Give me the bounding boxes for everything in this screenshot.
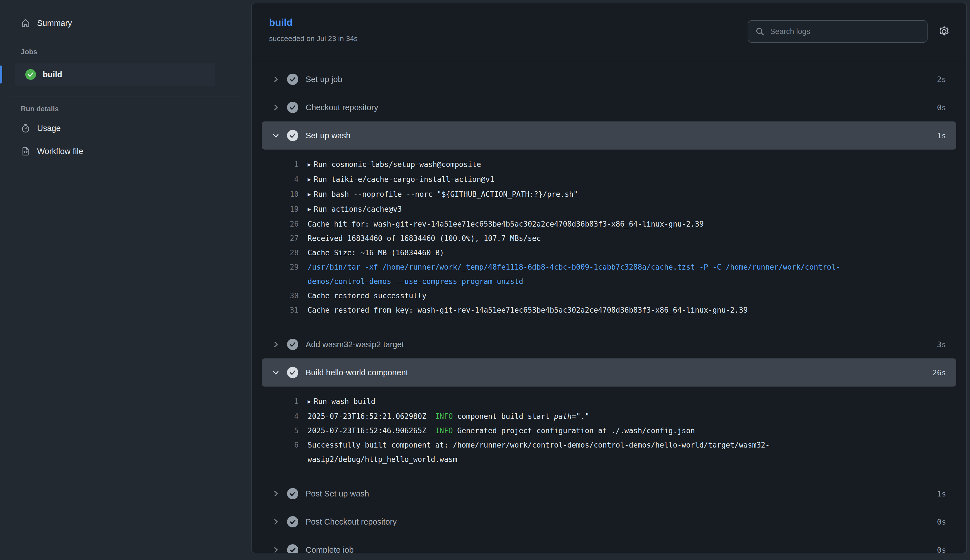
step-name: Post Checkout repository	[306, 517, 937, 527]
step-success-check-icon	[287, 130, 298, 141]
log-line-text: Cache restored from key: wash-git-rev-14…	[308, 303, 748, 317]
log-line-number[interactable]: 5	[252, 424, 298, 438]
log-line: 4 2025-07-23T16:52:21.062980Z INFO compo…	[252, 409, 966, 424]
run-group-arrow-icon: ▶	[308, 161, 311, 168]
sidebar-job-name: build	[43, 70, 62, 79]
step-row[interactable]: Post Checkout repository 0s	[262, 508, 956, 536]
log-line-number[interactable]: 30	[252, 289, 298, 303]
search-icon	[755, 27, 765, 36]
log-line-number[interactable]: 1	[252, 394, 298, 409]
step-name: Checkout repository	[306, 103, 937, 112]
log-line-text: ▶Run bash --noprofile --norc "${GITHUB_A…	[308, 187, 578, 202]
step-name: Complete job	[306, 545, 937, 553]
log-line-text: 2025-07-23T16:52:46.906265Z INFO Generat…	[308, 424, 695, 438]
step-row[interactable]: Complete job 0s	[262, 536, 956, 553]
sidebar-item-workflow-file[interactable]: Workflow file	[21, 143, 240, 160]
log-line: 29 /usr/bin/tar -xf /home/runner/work/_t…	[252, 260, 966, 274]
chevron-down-icon	[272, 132, 280, 140]
step-name: Add wasm32-wasip2 target	[306, 340, 937, 349]
log-line-number[interactable]: 6	[252, 438, 298, 452]
log-line-text: Successfully built component at: /home/r…	[308, 438, 770, 452]
log-line-text: Cache restored successfully	[308, 289, 427, 303]
step-duration: 0s	[937, 546, 946, 553]
log-line-number[interactable]: 29	[252, 260, 298, 274]
job-heading: build succeeded on Jul 23 in 34s	[269, 15, 358, 43]
log-line-text: /usr/bin/tar -xf /home/runner/work/_temp…	[308, 260, 840, 274]
step-row[interactable]: Build hello-world component 26s	[262, 358, 956, 387]
log-segment: Run taiki-e/cache-cargo-install-action@v…	[314, 175, 494, 183]
step-row[interactable]: Add wasm32-wasip2 target 3s	[262, 330, 956, 358]
log-line-number[interactable]	[252, 274, 298, 289]
chevron-right-icon	[272, 75, 280, 83]
log-segment: Cache restored from key: wash-git-rev-14…	[308, 306, 748, 314]
step-success-check-icon	[287, 74, 298, 85]
log-line-number[interactable]: 10	[252, 187, 298, 202]
log-segment: Run cosmonic-labs/setup-wash@composite	[314, 160, 481, 169]
log-line-number[interactable]: 27	[252, 232, 298, 246]
run-details-section-label: Run details	[21, 105, 240, 113]
job-title-link[interactable]: build	[269, 17, 293, 28]
log-line-text: demos/control-demos --use-compress-progr…	[308, 274, 523, 289]
chevron-right-icon	[272, 103, 280, 111]
log-panel: build succeeded on Jul 23 in 34s	[251, 3, 967, 553]
log-segment: Run actions/cache@v3	[314, 205, 402, 213]
log-segment: Successfully built component at: /home/r…	[308, 441, 770, 449]
settings-gear-button[interactable]	[938, 25, 951, 38]
sidebar-item-label: Usage	[37, 124, 61, 133]
log-line-number[interactable]: 19	[252, 202, 298, 217]
log-segment: INFO	[435, 427, 453, 435]
step-duration: 0s	[937, 518, 946, 526]
log-segment: Generated project configuration at ./.wa…	[453, 427, 695, 435]
log-line-number[interactable]	[252, 452, 298, 467]
log-line: 28 Cache Size: ~16 MB (16834460 B)	[252, 246, 966, 260]
search-logs-input[interactable]	[770, 27, 920, 36]
log-line-text: ▶Run wash build	[308, 394, 375, 409]
log-line-text: Cache hit for: wash-git-rev-14a51ee71ec6…	[308, 217, 704, 232]
log-segment: Cache Size: ~16 MB (16834460 B)	[308, 248, 444, 257]
job-success-check-icon	[25, 69, 36, 80]
chevron-right-icon	[272, 518, 280, 526]
log-line-text: ▶Run taiki-e/cache-cargo-install-action@…	[308, 172, 494, 187]
panel-header-actions	[748, 20, 951, 43]
sidebar-item-label: Workflow file	[37, 147, 83, 156]
job-status-line: succeeded on Jul 23 in 34s	[269, 34, 358, 43]
log-line: 31 Cache restored from key: wash-git-rev…	[252, 303, 966, 317]
run-group-arrow-icon: ▶	[308, 191, 311, 198]
log-line-number[interactable]: 26	[252, 217, 298, 232]
step-duration: 1s	[937, 131, 946, 140]
log-segment: Received 16834460 of 16834460 (100.0%), …	[308, 234, 541, 243]
step-row[interactable]: Post Set up wash 1s	[262, 480, 956, 508]
log-line-number[interactable]: 28	[252, 246, 298, 260]
step-duration: 1s	[937, 490, 946, 498]
log-line-number[interactable]: 31	[252, 303, 298, 317]
log-line-number[interactable]: 4	[252, 409, 298, 424]
step-log-block: 1 ▶Run cosmonic-labs/setup-wash@composit…	[252, 150, 966, 330]
log-line-number[interactable]: 4	[252, 172, 298, 187]
sidebar-item-usage[interactable]: Usage	[21, 120, 240, 137]
log-line: 6 Successfully built component at: /home…	[252, 438, 966, 452]
step-name: Set up wash	[306, 131, 937, 140]
log-line: 19 ▶Run actions/cache@v3	[252, 202, 966, 217]
step-row[interactable]: Checkout repository 0s	[262, 93, 956, 122]
log-line-text: wasip2/debug/http_hello_world.wasm	[308, 452, 457, 467]
step-row[interactable]: Set up job 2s	[262, 65, 956, 93]
sidebar: Summary Jobs build Run details Usage Wor…	[0, 0, 251, 560]
sidebar-item-summary[interactable]: Summary	[21, 15, 240, 32]
chevron-right-icon	[272, 490, 280, 498]
log-line-number[interactable]: 1	[252, 157, 298, 172]
run-group-arrow-icon: ▶	[308, 398, 311, 405]
run-group-arrow-icon: ▶	[308, 206, 311, 213]
panel-header: build succeeded on Jul 23 in 34s	[252, 3, 966, 61]
log-line: 10 ▶Run bash --noprofile --norc "${GITHU…	[252, 187, 966, 202]
search-logs-field[interactable]	[748, 20, 928, 43]
log-line-text: 2025-07-23T16:52:21.062980Z INFO compone…	[308, 409, 589, 424]
log-line: 30 Cache restored successfully	[252, 289, 966, 303]
file-code-icon	[21, 147, 30, 156]
gear-icon	[938, 25, 951, 38]
step-row[interactable]: Set up wash 1s	[262, 122, 956, 150]
sidebar-divider	[10, 96, 240, 97]
log-segment: ="."	[572, 412, 589, 420]
sidebar-job-build[interactable]: build	[15, 63, 215, 86]
steps-list: Set up job 2s Checkout repository 0s	[252, 61, 966, 553]
step-log-block: 1 ▶Run wash build 4 2025-07-23T16:52:21.…	[252, 387, 966, 480]
